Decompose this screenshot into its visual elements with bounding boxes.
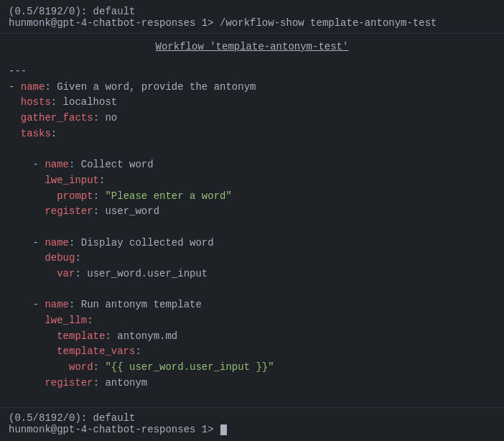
- yaml-blank-2: [9, 220, 495, 236]
- yaml-blank-4: [9, 391, 495, 407]
- top-status: (0.5/8192/0): default: [9, 6, 135, 17]
- yaml-line-15: word: "{{ user_word.user_input }}": [9, 360, 495, 376]
- workflow-title: Workflow 'template-antonym-test': [9, 41, 495, 52]
- top-bar: (0.5/8192/0): default hunmonk@gpt-4-chat…: [0, 0, 504, 34]
- yaml-line-1: hosts: localhost: [9, 95, 495, 111]
- yaml-line-12: lwe_llm:: [9, 313, 495, 329]
- yaml-line-6: prompt: "Please enter a word": [9, 189, 495, 205]
- yaml-line-2: gather_facts: no: [9, 111, 495, 126]
- top-command: /workflow-show template-antonym-test: [220, 17, 437, 29]
- yaml-line-0: - name: Given a word, provide the antony…: [9, 80, 495, 96]
- terminal: (0.5/8192/0): default hunmonk@gpt-4-chat…: [0, 0, 504, 441]
- yaml-line-14: template_vars:: [9, 344, 495, 360]
- yaml-line-13: template: antonym.md: [9, 329, 495, 345]
- content-area: Workflow 'template-antonym-test' --- - n…: [0, 34, 504, 407]
- yaml-separator: ---: [9, 64, 495, 80]
- top-bar-line1: (0.5/8192/0): default: [9, 6, 495, 17]
- yaml-line-3: tasks:: [9, 126, 495, 142]
- yaml-line-5: lwe_input:: [9, 173, 495, 189]
- bottom-bar-line1: (0.5/8192/0): default: [9, 412, 495, 424]
- yaml-line-10: var: user_word.user_input: [9, 266, 495, 282]
- yaml-block: --- - name: Given a word, provide the an…: [9, 64, 495, 407]
- top-bar-line2: hunmonk@gpt-4-chatbot-responses 1> /work…: [9, 17, 495, 29]
- yaml-line-8: - name: Display collected word: [9, 236, 495, 251]
- yaml-line-9: debug:: [9, 251, 495, 266]
- bottom-bar-line2: hunmonk@gpt-4-chatbot-responses 1>: [9, 424, 495, 435]
- yaml-blank-1: [9, 141, 495, 157]
- cursor: [220, 424, 227, 435]
- bottom-prompt: hunmonk@gpt-4-chatbot-responses 1>: [9, 424, 220, 435]
- bottom-bar: (0.5/8192/0): default hunmonk@gpt-4-chat…: [0, 407, 504, 441]
- yaml-line-11: - name: Run antonym template: [9, 297, 495, 313]
- bottom-status: (0.5/8192/0): default: [9, 412, 135, 424]
- yaml-line-7: register: user_word: [9, 204, 495, 220]
- yaml-line-16: register: antonym: [9, 376, 495, 391]
- yaml-blank-3: [9, 282, 495, 298]
- top-prompt: hunmonk@gpt-4-chatbot-responses 1>: [9, 17, 220, 29]
- yaml-line-4: - name: Collect word: [9, 157, 495, 173]
